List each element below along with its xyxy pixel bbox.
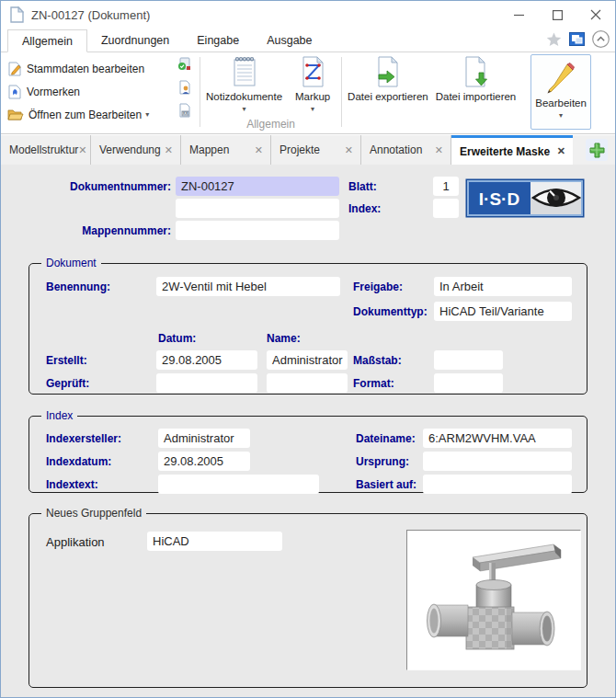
dokument-group-title: Dokument: [41, 257, 101, 270]
dokumentnummer-label: Dokumentnummer:: [38, 180, 171, 193]
add-tab-button[interactable]: [586, 139, 608, 161]
ribbon-tab-zuordnungen[interactable]: Zuordnungen: [87, 29, 183, 52]
ribbon: Stammdaten bearbeiten Vormerken Öffnen z…: [1, 52, 615, 134]
ribbon-tab-ausgabe[interactable]: Ausgabe: [253, 29, 325, 52]
geprueft-datum-field[interactable]: [156, 373, 257, 393]
document-window: ZN-00127 (Dokument) Allgemein Zuordnunge…: [0, 0, 616, 698]
tab-modellstruktur[interactable]: Modellstruktur ✕: [1, 135, 91, 165]
switch-window-icon[interactable]: [569, 32, 585, 46]
ursprung-field[interactable]: [423, 452, 572, 471]
tab-close-icon[interactable]: ✕: [255, 144, 263, 156]
massstab-label: Maßstab:: [353, 354, 402, 367]
datum-column-header: Datum:: [158, 332, 196, 345]
stammdaten-bearbeiten-button[interactable]: Stammdaten bearbeiten: [7, 57, 198, 80]
datei-importieren-button[interactable]: Datei importieren: [432, 52, 520, 103]
edit-master-data-icon: [7, 62, 22, 76]
notizdokumente-label: Notizdokumente: [206, 91, 282, 103]
erstellt-datum-field[interactable]: 29.08.2005: [156, 350, 257, 370]
ribbon-separator: [341, 57, 342, 127]
tab-close-icon[interactable]: ✕: [345, 144, 353, 156]
format-field[interactable]: [434, 373, 503, 393]
collapse-ribbon-icon[interactable]: [592, 30, 610, 48]
ribbon-tab-allgemein[interactable]: Allgemein: [7, 29, 87, 52]
favorite-star-icon[interactable]: [546, 32, 562, 47]
form-area: Dokumentnummer: ZN-00127 Mappennummer: B…: [1, 165, 615, 697]
import-file-icon: [463, 56, 488, 87]
valve-preview-image: [408, 532, 579, 669]
ursprung-label: Ursprung:: [356, 455, 409, 468]
geprueft-label: Geprüft:: [46, 377, 89, 390]
bearbeiten-label: Bearbeiten: [535, 97, 587, 109]
stammdaten-bearbeiten-label: Stammdaten bearbeiten: [27, 63, 144, 75]
index-label: Index:: [348, 202, 381, 215]
dokumentnummer-field[interactable]: ZN-00127: [176, 177, 339, 196]
vormerken-label: Vormerken: [27, 86, 80, 98]
ribbon-tab-row: Allgemein Zuordnungen Eingabe Ausgabe: [1, 29, 615, 52]
open-folder-icon: [7, 108, 24, 121]
indexersteller-field[interactable]: Administrator: [158, 429, 250, 448]
tab-close-icon[interactable]: ✕: [165, 144, 173, 156]
plus-icon: [589, 143, 605, 158]
markup-icon: [301, 56, 325, 87]
ribbon-left-column: Stammdaten bearbeiten Vormerken Öffnen z…: [1, 52, 198, 133]
applikation-label: Applikation: [46, 535, 105, 549]
edit-pencil-icon: [545, 63, 576, 94]
document-version-mini-icon[interactable]: XX: [177, 103, 192, 118]
indextext-label: Indextext:: [46, 478, 98, 491]
erstellt-name-field[interactable]: Administrator: [267, 350, 348, 370]
geprueft-name-field[interactable]: [267, 373, 348, 393]
close-icon: [590, 9, 601, 20]
blatt-field[interactable]: 1: [433, 177, 459, 196]
maximize-button[interactable]: [538, 1, 576, 29]
tab-close-icon[interactable]: ✕: [557, 145, 565, 157]
benennung-field[interactable]: 2W-Ventil mit Hebel: [156, 277, 340, 296]
mappennummer-field[interactable]: [176, 221, 339, 240]
notes-document-icon: [232, 56, 257, 87]
oeffnen-zum-bearbeiten-button[interactable]: Öffnen zum Bearbeiten ▾: [7, 103, 198, 126]
svg-text:XX: XX: [182, 111, 188, 116]
indexdatum-field[interactable]: 29.08.2005: [158, 452, 250, 471]
status-check-mini-icon[interactable]: [177, 57, 192, 72]
vormerken-icon: [7, 85, 22, 99]
maximize-icon: [553, 10, 563, 20]
datei-exportieren-button[interactable]: Datei exportieren: [344, 52, 432, 103]
dokumenttyp-field[interactable]: HiCAD Teil/Variante: [434, 302, 572, 321]
tab-projekte[interactable]: Projekte ✕: [271, 135, 361, 165]
markup-label: Markup: [295, 91, 330, 103]
tab-close-icon[interactable]: ✕: [435, 144, 443, 156]
close-button[interactable]: [576, 1, 615, 29]
notizdokumente-button[interactable]: Notizdokumente ▾: [202, 52, 286, 113]
applikation-field[interactable]: HiCAD: [147, 532, 282, 551]
blatt-label: Blatt:: [348, 180, 377, 193]
tab-close-icon[interactable]: ✕: [78, 144, 86, 156]
isd-logo: I·S·D: [465, 178, 585, 218]
dokumentnummer-zusatz-field[interactable]: [176, 199, 339, 218]
tab-annotation[interactable]: Annotation ✕: [361, 135, 451, 165]
bearbeiten-button[interactable]: Bearbeiten ▾: [530, 54, 591, 130]
ribbon-group-datei: Datei exportieren Datei importieren: [344, 52, 519, 133]
massstab-field[interactable]: [434, 350, 503, 370]
markup-button[interactable]: Markup ▾: [286, 52, 339, 113]
preview-image-frame: [406, 530, 581, 670]
freigabe-field[interactable]: In Arbeit: [434, 277, 572, 296]
ribbon-tab-eingabe[interactable]: Eingabe: [183, 29, 253, 52]
tab-erweiterte-maske[interactable]: Erweiterte Maske ✕: [451, 135, 573, 165]
ribbon-group-allgemein: Notizdokumente ▾ Markup ▾: [202, 52, 339, 133]
dokument-groupbox: Dokument Benennung: 2W-Ventil mit Hebel …: [29, 263, 587, 395]
minimize-button[interactable]: [499, 1, 538, 29]
indextext-field[interactable]: [158, 475, 319, 494]
index-field[interactable]: [433, 199, 459, 218]
format-label: Format:: [353, 377, 394, 390]
dateiname-label: Dateiname:: [356, 432, 416, 445]
tab-mappen[interactable]: Mappen ✕: [181, 135, 271, 165]
basiert-auf-field[interactable]: [423, 475, 572, 494]
minimize-icon: [514, 10, 524, 20]
oeffnen-zum-bearbeiten-label: Öffnen zum Bearbeiten: [29, 109, 142, 121]
export-file-icon: [375, 56, 400, 87]
dateiname-field[interactable]: 6:ARM2WVHM.VAA: [423, 429, 572, 448]
document-user-mini-icon[interactable]: [177, 80, 192, 95]
freigabe-label: Freigabe:: [353, 280, 403, 293]
vormerken-button[interactable]: Vormerken: [7, 80, 198, 103]
tab-verwendung[interactable]: Verwendung ✕: [91, 135, 181, 165]
datei-importieren-label: Datei importieren: [436, 91, 517, 103]
